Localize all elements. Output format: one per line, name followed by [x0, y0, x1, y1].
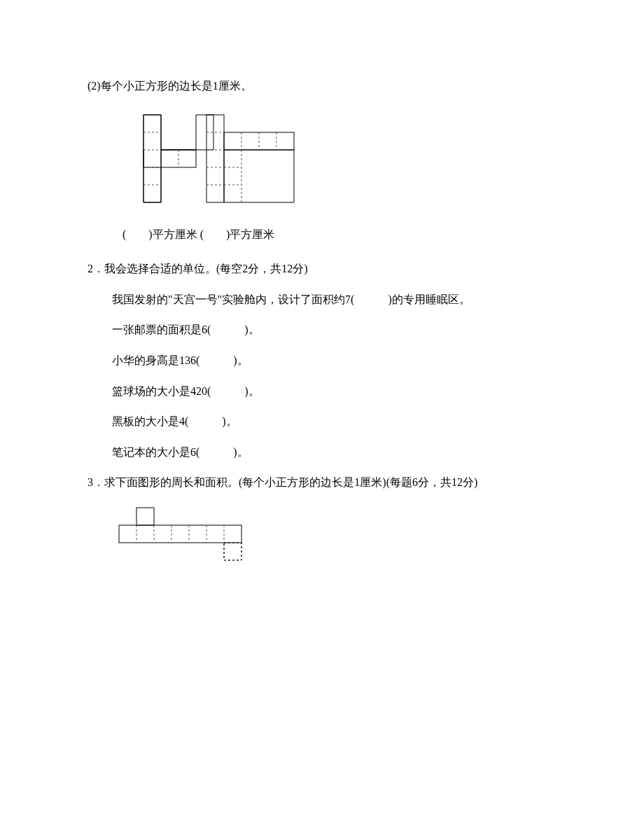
grid-figure-1 — [136, 108, 312, 213]
q2-item-4-text: 黑板的大小是4( )。 — [112, 415, 237, 427]
q2-item-1-text: 一张邮票的面积是6( )。 — [112, 324, 260, 335]
q2-item-3-text: 篮球场的大小是420( )。 — [112, 385, 260, 397]
q2-item-2-text: 小华的身高是136( )。 — [112, 354, 248, 366]
svg-rect-28 — [224, 543, 241, 560]
q2-item-2: 小华的身高是136( )。 — [88, 352, 560, 370]
caption-right: ( )平方厘米 — [200, 228, 275, 240]
q2-item-5-text: 笔记本的大小是6( )。 — [112, 446, 248, 458]
svg-rect-29 — [224, 543, 241, 560]
grid-figure-2 — [112, 504, 266, 571]
q2-item-1: 一张邮票的面积是6( )。 — [88, 321, 560, 339]
q2-item-5: 笔记本的大小是6( )。 — [88, 443, 560, 461]
q2-item-0-text: 我国发射的"天宫一号"实验舱内，设计了面积约7( )的专用睡眠区。 — [112, 293, 470, 305]
svg-rect-21 — [119, 525, 241, 543]
svg-rect-20 — [136, 508, 154, 525]
q2-item-4: 黑板的大小是4( )。 — [88, 412, 560, 431]
q3-figure — [112, 504, 560, 571]
q2-heading: 2．我会选择合适的单位。(每空2分，共12分) — [88, 260, 560, 278]
caption-left: ( )平方厘米 — [122, 228, 197, 240]
q2-item-3: 篮球场的大小是420( )。 — [88, 382, 560, 401]
q2-item-0: 我国发射的"天宫一号"实验舱内，设计了面积约7( )的专用睡眠区。 — [88, 291, 560, 309]
svg-rect-0 — [144, 115, 161, 202]
q1-figure — [136, 108, 560, 213]
q1-figure-caption: ( )平方厘米 ( )平方厘米 — [122, 225, 560, 244]
q1-sub2-intro-text: (2)每个小正方形的边长是1厘米。 — [88, 80, 252, 92]
q2-heading-text: 2．我会选择合适的单位。(每空2分，共12分) — [88, 263, 308, 274]
svg-rect-7 — [206, 115, 224, 202]
q1-sub2-intro: (2)每个小正方形的边长是1厘米。 — [88, 77, 560, 95]
q3-heading: 3．求下面图形的周长和面积。(每个小正方形的边长是1厘米)(每题6分，共12分) — [88, 473, 560, 492]
svg-rect-16 — [224, 150, 294, 202]
q3-heading-text: 3．求下面图形的周长和面积。(每个小正方形的边长是1厘米)(每题6分，共12分) — [88, 476, 477, 488]
